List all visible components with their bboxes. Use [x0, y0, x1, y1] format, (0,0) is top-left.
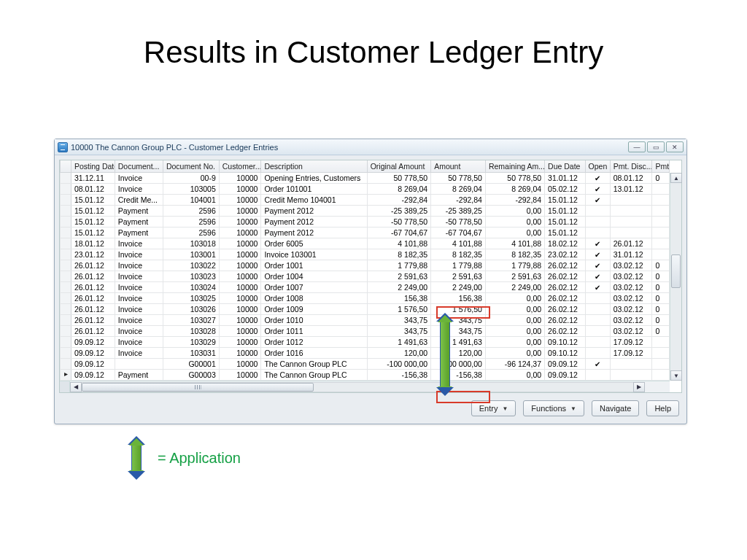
cell[interactable]: 8 269,04 [485, 184, 544, 195]
cell[interactable] [61, 337, 71, 348]
cell[interactable]: 2 249,00 [367, 282, 431, 293]
cell[interactable]: Payment 2012 [261, 206, 367, 217]
cell[interactable] [585, 293, 610, 304]
cell[interactable]: 50 778,50 [485, 173, 544, 184]
cell[interactable]: 03.02.12 [610, 315, 652, 326]
cell[interactable]: -100 000,00 [431, 359, 486, 370]
cell[interactable]: 00-9 [163, 173, 219, 184]
cell[interactable] [610, 359, 652, 370]
entry-button[interactable]: Entry▼ [471, 400, 516, 416]
cell[interactable]: -292,84 [485, 195, 544, 206]
cell[interactable]: Invoice [115, 271, 163, 282]
table-row[interactable]: 26.01.12Invoice10302410000Order 10072 24… [61, 282, 670, 293]
cell[interactable] [61, 217, 71, 228]
col-header[interactable]: Document... [115, 160, 163, 173]
cell[interactable] [61, 271, 71, 282]
cell[interactable] [585, 282, 610, 293]
cell[interactable]: 120,00 [431, 348, 486, 359]
cell[interactable]: 343,75 [367, 326, 431, 337]
cell[interactable]: Invoice [115, 315, 163, 326]
vertical-scrollbar[interactable]: ▲ ▼ [670, 173, 681, 381]
cell[interactable]: 15.01.12 [71, 206, 115, 217]
cell[interactable]: 08.01.12 [610, 173, 652, 184]
cell[interactable]: 8 269,04 [367, 184, 431, 195]
cell[interactable]: Order 1011 [261, 326, 367, 337]
cell[interactable] [585, 195, 610, 206]
cell[interactable]: 103001 [163, 249, 219, 260]
minimize-button[interactable]: — [628, 141, 646, 152]
help-button[interactable]: Help [646, 400, 679, 416]
cell[interactable]: 10000 [219, 370, 261, 381]
col-header[interactable] [61, 160, 71, 173]
cell[interactable]: -156,38 [431, 370, 486, 381]
cell[interactable] [585, 315, 610, 326]
cell[interactable]: -292,84 [367, 195, 431, 206]
cell[interactable] [61, 359, 71, 370]
cell[interactable] [61, 293, 71, 304]
cell[interactable] [61, 326, 71, 337]
cell[interactable]: 0,00 [485, 326, 544, 337]
cell[interactable]: Invoice [115, 337, 163, 348]
cell[interactable]: Invoice 103001 [261, 249, 367, 260]
cell[interactable]: 13.01.12 [610, 184, 652, 195]
cell[interactable]: 23.02.12 [545, 249, 586, 260]
cell[interactable]: 08.01.12 [71, 184, 115, 195]
cell[interactable]: 1 491,63 [367, 337, 431, 348]
cell[interactable]: 10000 [219, 304, 261, 315]
cell[interactable]: 103028 [163, 326, 219, 337]
cell[interactable]: Payment [115, 228, 163, 238]
cell[interactable]: 15.01.12 [545, 217, 586, 228]
table-row[interactable]: 18.01.12Invoice10301810000Order 60054 10… [61, 238, 670, 249]
cell[interactable]: 103022 [163, 260, 219, 271]
cell[interactable] [61, 238, 71, 249]
cell[interactable]: Order 1012 [261, 337, 367, 348]
cell[interactable]: 26.02.12 [545, 260, 586, 271]
cell[interactable] [610, 206, 652, 217]
cell[interactable]: 103024 [163, 282, 219, 293]
cell[interactable]: 15.01.12 [71, 217, 115, 228]
cell[interactable] [652, 206, 670, 217]
cell[interactable]: 0,00 [485, 217, 544, 228]
table-row[interactable]: 26.01.12Invoice10302510000Order 1008156,… [61, 293, 670, 304]
cell[interactable]: 03.02.12 [610, 293, 652, 304]
col-header[interactable]: Amount [431, 160, 486, 173]
cell[interactable]: Invoice [115, 238, 163, 249]
cell[interactable] [585, 359, 610, 370]
table-row[interactable]: 15.01.12Credit Me...10400110000Credit Me… [61, 195, 670, 206]
cell[interactable]: 156,38 [431, 293, 486, 304]
cell[interactable]: 05.02.12 [545, 184, 586, 195]
cell[interactable]: 2596 [163, 228, 219, 238]
cell[interactable] [585, 249, 610, 260]
cell[interactable]: Invoice [115, 293, 163, 304]
col-header[interactable]: Original Amount [367, 160, 431, 173]
cell[interactable] [585, 238, 610, 249]
table-row[interactable]: 26.01.12Invoice10302310000Order 10042 59… [61, 271, 670, 282]
cell[interactable] [61, 249, 71, 260]
cell[interactable]: 23.01.12 [71, 249, 115, 260]
cell[interactable]: 26.02.12 [545, 293, 586, 304]
cell[interactable]: 26.01.12 [71, 326, 115, 337]
cell[interactable]: 26.01.12 [71, 293, 115, 304]
cell[interactable] [585, 206, 610, 217]
cell[interactable] [61, 173, 71, 184]
table-row[interactable]: 15.01.12Payment259610000Payment 2012-50 … [61, 217, 670, 228]
cell[interactable] [652, 348, 670, 359]
cell[interactable]: Payment [115, 206, 163, 217]
cell[interactable]: 26.01.12 [71, 282, 115, 293]
cell[interactable]: G00003 [163, 370, 219, 381]
cell[interactable]: 10000 [219, 260, 261, 271]
cell[interactable]: 50 778,50 [367, 173, 431, 184]
ledger-grid[interactable]: Posting DateDocument...Document No.Custo… [59, 160, 682, 393]
cell[interactable]: 0 [652, 326, 670, 337]
cell[interactable]: 103018 [163, 238, 219, 249]
cell[interactable]: 103026 [163, 304, 219, 315]
table-row[interactable]: 09.09.12Invoice10302910000Order 10121 49… [61, 337, 670, 348]
cell[interactable]: 26.02.12 [545, 304, 586, 315]
cell[interactable] [585, 260, 610, 271]
cell[interactable]: 09.10.12 [545, 348, 586, 359]
cell[interactable]: 09.09.12 [71, 370, 115, 381]
cell[interactable]: 0,00 [485, 348, 544, 359]
cell[interactable]: 0 [652, 304, 670, 315]
cell[interactable]: 10000 [219, 249, 261, 260]
cell[interactable]: -50 778,50 [431, 217, 486, 228]
